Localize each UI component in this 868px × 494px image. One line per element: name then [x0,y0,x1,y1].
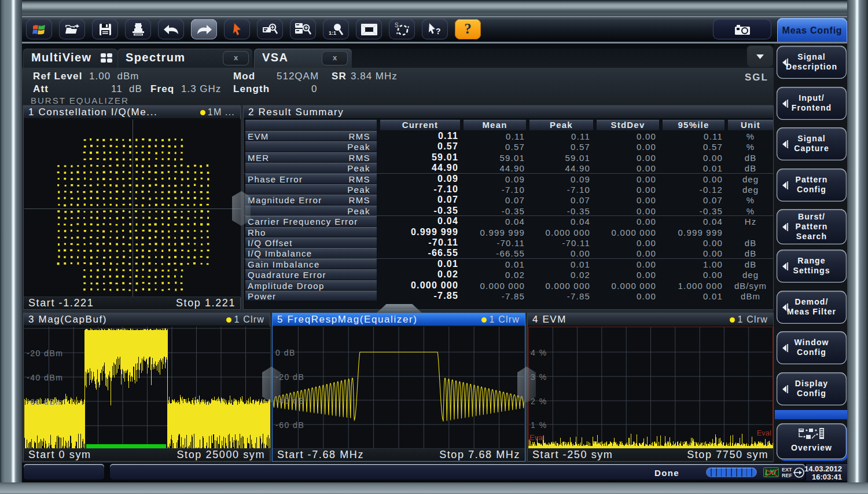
svg-text:?: ? [436,27,441,36]
svg-text:S: S [395,22,399,28]
svg-text:1:1: 1:1 [329,30,336,36]
